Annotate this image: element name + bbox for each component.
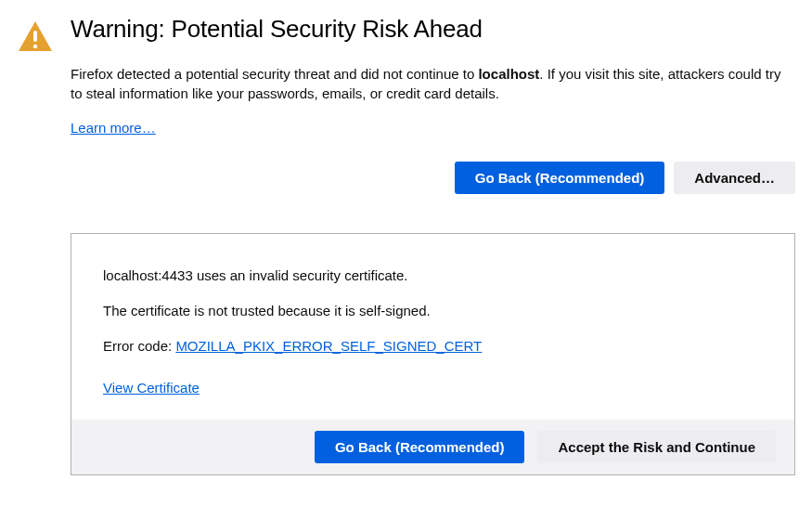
warning-description: Firefox detected a potential security th… bbox=[71, 64, 795, 103]
desc-prefix: Firefox detected a potential security th… bbox=[71, 66, 478, 82]
accept-risk-button[interactable]: Accept the Risk and Continue bbox=[537, 431, 776, 463]
advanced-line-reason: The certificate is not trusted because i… bbox=[103, 301, 763, 321]
learn-more-link[interactable]: Learn more… bbox=[71, 120, 156, 136]
advanced-line-host: localhost:4433 uses an invalid security … bbox=[103, 266, 763, 286]
advanced-button[interactable]: Advanced… bbox=[674, 162, 795, 194]
view-certificate-link[interactable]: View Certificate bbox=[103, 380, 200, 396]
error-code-link[interactable]: MOZILLA_PKIX_ERROR_SELF_SIGNED_CERT bbox=[175, 338, 482, 354]
error-line: Error code: MOZILLA_PKIX_ERROR_SELF_SIGN… bbox=[103, 336, 763, 357]
warning-icon bbox=[13, 17, 54, 58]
primary-button-row: Go Back (Recommended) Advanced… bbox=[71, 162, 795, 194]
page-title: Warning: Potential Security Risk Ahead bbox=[71, 15, 795, 44]
go-back-button[interactable]: Go Back (Recommended) bbox=[455, 162, 665, 194]
desc-host: localhost bbox=[478, 66, 539, 82]
advanced-footer: Go Back (Recommended) Accept the Risk an… bbox=[71, 420, 794, 474]
go-back-button-footer[interactable]: Go Back (Recommended) bbox=[315, 431, 525, 463]
svg-rect-0 bbox=[33, 31, 37, 42]
error-label: Error code: bbox=[103, 338, 175, 354]
svg-point-1 bbox=[33, 45, 37, 48]
advanced-panel: localhost:4433 uses an invalid security … bbox=[71, 233, 795, 475]
